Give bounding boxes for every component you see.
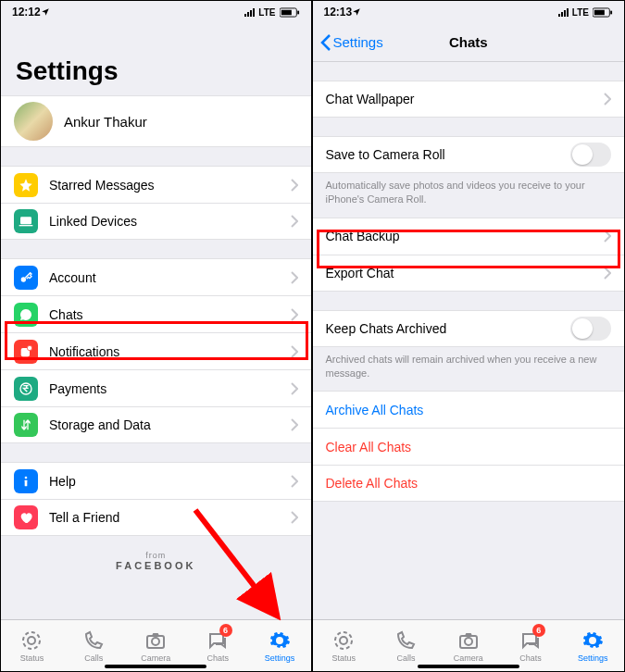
svg-rect-2 [297, 10, 299, 14]
battery-icon [280, 7, 300, 18]
tab-settings[interactable]: Settings [562, 620, 624, 671]
starred-messages-row[interactable]: Starred Messages [1, 166, 311, 203]
keep-archived-note: Archived chats will remain archived when… [313, 347, 625, 382]
svg-point-9 [25, 476, 28, 479]
tab-status[interactable]: Status [1, 620, 63, 671]
phone-icon [394, 629, 417, 652]
tab-chats[interactable]: 6 Chats [187, 620, 249, 671]
svg-point-19 [340, 637, 347, 644]
payments-row[interactable]: Payments [1, 369, 311, 406]
laptop-icon [14, 209, 38, 233]
storage-data-row[interactable]: Storage and Data [1, 406, 311, 443]
chevron-right-icon [291, 345, 298, 358]
cell-label: Export Chat [326, 266, 605, 280]
chevron-right-icon [604, 267, 611, 280]
home-indicator [418, 665, 519, 668]
cell-label: Account [49, 270, 291, 285]
tab-camera[interactable]: Camera [125, 620, 187, 671]
svg-point-22 [465, 638, 472, 645]
tab-label: Calls [396, 653, 415, 663]
page-title: Settings [1, 23, 311, 95]
tab-label: Camera [141, 653, 170, 663]
avatar [14, 102, 53, 141]
svg-rect-18 [610, 10, 612, 14]
keep-archived-row[interactable]: Keep Chats Archived [313, 310, 625, 347]
badge: 6 [532, 624, 545, 637]
facebook-label: FACEBOOK [1, 560, 311, 577]
svg-point-11 [28, 637, 35, 644]
chevron-right-icon [291, 308, 298, 321]
nav-title: Chats [449, 34, 488, 50]
linked-devices-row[interactable]: Linked Devices [1, 203, 311, 240]
tab-label: Calls [84, 653, 103, 663]
help-row[interactable]: Help [1, 462, 311, 499]
from-label: from [1, 536, 311, 560]
chats-row[interactable]: Chats [1, 295, 311, 332]
tab-label: Status [20, 653, 44, 663]
tab-calls[interactable]: Calls [63, 620, 125, 671]
back-button[interactable]: Settings [320, 34, 383, 51]
svg-point-5 [21, 277, 26, 281]
tab-label: Chats [519, 653, 542, 663]
signal-icon [558, 7, 569, 17]
save-camera-roll-row[interactable]: Save to Camera Roll [313, 136, 625, 173]
tab-camera[interactable]: Camera [437, 620, 499, 671]
cell-label: Notifications [49, 344, 291, 359]
camera-icon [457, 629, 480, 652]
chevron-right-icon [291, 382, 298, 395]
svg-rect-3 [20, 217, 31, 224]
clear-all-row[interactable]: Clear All Chats [313, 428, 625, 465]
save-camera-roll-toggle[interactable] [570, 143, 611, 167]
cell-label: Tell a Friend [49, 510, 291, 525]
tab-settings[interactable]: Settings [249, 620, 311, 671]
svg-rect-10 [25, 479, 28, 486]
tab-bar: Status Calls Camera 6 Chats Settings [1, 619, 311, 671]
svg-rect-17 [594, 9, 605, 15]
status-icon [332, 629, 355, 652]
signal-icon [244, 7, 255, 17]
cell-label: Starred Messages [49, 178, 291, 193]
svg-point-7 [27, 345, 31, 350]
home-indicator [105, 665, 206, 668]
rupee-icon [14, 377, 38, 401]
clock: 12:12 [12, 6, 41, 19]
profile-row[interactable]: Ankur Thakur [1, 95, 311, 147]
archive-all-row[interactable]: Archive All Chats [313, 391, 625, 428]
tab-bar: Status Calls Camera 6 Chats Settings [313, 619, 625, 671]
save-camera-roll-note: Automatically save photos and videos you… [313, 173, 625, 208]
chevron-right-icon [291, 215, 298, 228]
whatsapp-icon [14, 303, 38, 327]
chevron-right-icon [604, 93, 611, 106]
account-row[interactable]: Account [1, 258, 311, 295]
tab-chats[interactable]: 6 Chats [499, 620, 561, 671]
chats-settings-screen: 12:13 LTE Settings Chats Chat Wallpaper [313, 1, 625, 671]
svg-point-14 [152, 638, 159, 645]
key-icon [14, 266, 38, 290]
cell-label: Chat Wallpaper [326, 92, 605, 106]
chevron-right-icon [291, 475, 298, 488]
star-icon [14, 173, 38, 197]
arrows-icon [14, 413, 38, 437]
tell-friend-row[interactable]: Tell a Friend [1, 499, 311, 536]
tab-label: Chats [206, 653, 229, 663]
export-chat-row[interactable]: Export Chat [313, 255, 625, 292]
battery-icon [593, 7, 613, 18]
status-bar: 12:13 LTE [313, 1, 625, 23]
cell-label: Save to Camera Roll [326, 147, 571, 162]
nav-bar: Settings Chats [313, 23, 625, 62]
keep-archived-toggle[interactable] [570, 317, 611, 341]
settings-screen: 12:12 LTE Settings Ankur Thakur Starred … [1, 1, 313, 671]
delete-all-row[interactable]: Delete All Chats [313, 465, 625, 502]
svg-rect-1 [281, 9, 291, 15]
camera-icon [144, 629, 167, 652]
badge: 6 [219, 624, 232, 637]
notifications-row[interactable]: Notifications [1, 332, 311, 369]
chat-backup-row[interactable]: Chat Backup [313, 218, 625, 255]
chevron-right-icon [604, 230, 611, 243]
tab-status[interactable]: Status [313, 620, 375, 671]
cell-label: Help [49, 474, 291, 489]
tab-calls[interactable]: Calls [375, 620, 437, 671]
chat-wallpaper-row[interactable]: Chat Wallpaper [313, 81, 625, 118]
network-label: LTE [258, 7, 275, 18]
app-badge-icon [14, 340, 38, 364]
